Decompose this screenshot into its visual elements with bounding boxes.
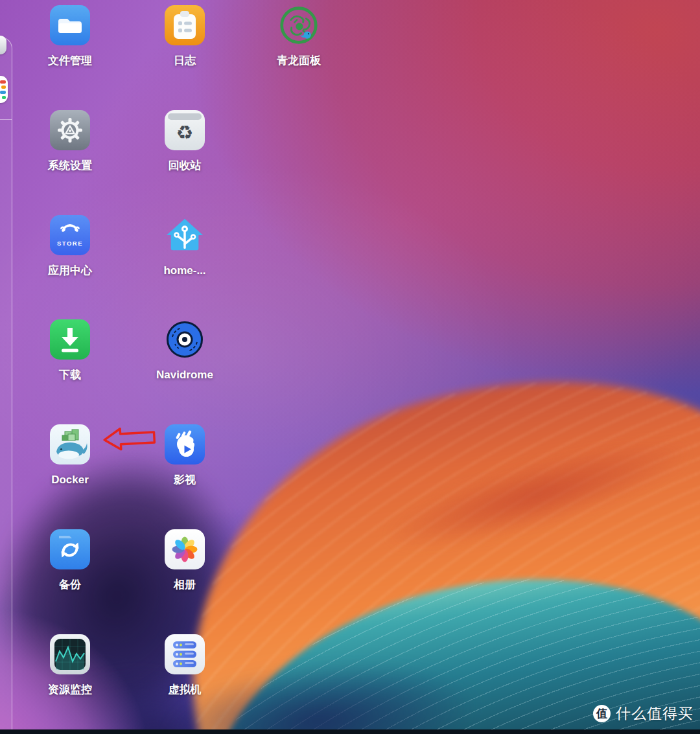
app-label: 虚拟机 xyxy=(169,683,202,696)
app-video[interactable]: 影视 xyxy=(139,424,230,487)
app-store[interactable]: STORE 应用中心 xyxy=(25,215,115,277)
app-system-settings[interactable]: 系统设置 xyxy=(25,110,115,172)
app-recycle-bin[interactable]: ♻ 回收站 xyxy=(139,110,230,172)
clipped-colors-icon[interactable] xyxy=(0,76,8,103)
clipped-toolbar-icon[interactable] xyxy=(0,36,6,54)
app-label: Navidrome xyxy=(156,369,213,382)
smzdm-watermark-text: 什么值得买 xyxy=(616,704,694,724)
app-label: home-... xyxy=(163,264,205,277)
app-label: 下载 xyxy=(59,369,81,382)
app-store-icon: STORE xyxy=(50,215,90,255)
app-backup[interactable]: 备份 xyxy=(25,529,115,591)
app-label: 影视 xyxy=(174,474,196,487)
app-photos[interactable]: 相册 xyxy=(139,529,230,591)
app-label: 资源监控 xyxy=(48,683,92,696)
app-label: 回收站 xyxy=(169,159,202,172)
recycle-bin-icon: ♻ xyxy=(165,110,205,150)
app-label: 相册 xyxy=(174,579,196,591)
panel-divider xyxy=(0,119,12,120)
desktop-screen: 文件管理 日志 xyxy=(0,0,700,734)
smzdm-watermark: 值 什么值得买 xyxy=(593,704,694,724)
download-icon xyxy=(50,319,90,360)
app-label: Docker xyxy=(51,474,89,487)
resource-monitor-icon xyxy=(50,634,90,674)
smzdm-badge-icon: 值 xyxy=(593,705,611,722)
navidrome-icon xyxy=(165,319,205,360)
app-label: 应用中心 xyxy=(48,264,92,277)
app-qinglong-panel[interactable]: 青龙面板 xyxy=(253,5,344,67)
photos-icon xyxy=(165,529,205,569)
app-home-assistant[interactable]: home-... xyxy=(139,215,230,277)
virtual-machine-icon xyxy=(165,634,205,674)
app-label: 青龙面板 xyxy=(277,54,321,67)
system-settings-icon xyxy=(50,110,90,150)
app-navidrome[interactable]: Navidrome xyxy=(139,319,230,382)
clipped-window-panel xyxy=(0,37,12,734)
green-dot xyxy=(2,96,6,99)
red-dot xyxy=(0,80,6,84)
app-resource-monitor[interactable]: 资源监控 xyxy=(25,634,115,696)
backup-icon xyxy=(50,529,90,569)
app-virtual-machine[interactable]: 虚拟机 xyxy=(139,634,230,696)
app-logs[interactable]: 日志 xyxy=(139,5,230,67)
orange-dot xyxy=(1,86,6,89)
file-manager-icon xyxy=(50,5,90,45)
qinglong-panel-icon xyxy=(279,5,319,45)
svg-text:♻: ♻ xyxy=(176,121,194,144)
bottom-edge-bar xyxy=(0,729,700,734)
app-label: 系统设置 xyxy=(48,159,92,172)
app-label: 文件管理 xyxy=(48,54,92,67)
blue-dot xyxy=(0,91,6,94)
video-icon xyxy=(165,424,205,464)
docker-icon xyxy=(50,424,90,464)
home-assistant-icon xyxy=(165,215,205,255)
app-label: 日志 xyxy=(174,54,196,67)
store-label: STORE xyxy=(57,240,83,247)
app-file-manager[interactable]: 文件管理 xyxy=(25,5,115,67)
app-download[interactable]: 下载 xyxy=(25,319,115,382)
logs-icon xyxy=(165,5,205,45)
app-label: 备份 xyxy=(59,579,81,591)
